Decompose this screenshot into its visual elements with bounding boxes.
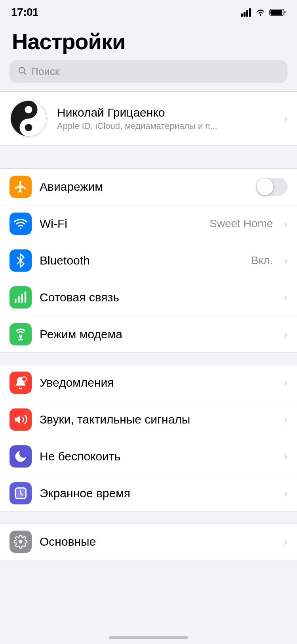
airplane-icon-wrap [10,176,32,198]
svg-point-25 [19,540,23,544]
battery-icon [269,8,286,17]
profile-name: Николай Грицаенко [57,106,274,119]
bluetooth-chevron: › [284,255,287,267]
svg-rect-18 [25,291,27,303]
svg-rect-15 [15,299,17,303]
svg-rect-6 [284,11,286,13]
page-title: Настройки [12,29,285,54]
hotspot-chevron: › [284,328,287,341]
svg-line-9 [24,72,26,74]
wifi-label: Wi-Fi [40,217,202,230]
profile-chevron: › [284,113,287,125]
cellular-icon-wrap [10,286,32,309]
wifi-icon-wrap [10,213,32,235]
status-time: 17:01 [11,6,38,19]
status-bar: 17:01 [0,0,297,21]
avatar [10,100,48,138]
general-label: Основные [40,535,276,548]
gear-icon [13,535,28,549]
profile-subtitle: Apple ID, iCloud, медиаматериалы и п... [57,121,274,131]
svg-rect-7 [270,10,282,15]
notifications-icon-wrap [10,372,32,394]
notifications-row[interactable]: Уведомления › [0,364,297,401]
hotspot-icon [13,327,28,341]
bluetooth-icon [13,253,28,268]
moon-icon [13,449,28,464]
signal-icon [241,8,252,17]
svg-rect-1 [244,12,246,17]
dnd-label: Не беспокоить [40,450,276,463]
hotspot-row[interactable]: Режим модема › [0,316,297,353]
sounds-chevron: › [284,414,287,426]
notifications-icon [13,376,28,390]
bluetooth-row[interactable]: Bluetooth Вкл. › [0,242,297,279]
search-container: Поиск [0,60,297,91]
sounds-label: Звуки, тактильные сигналы [40,413,276,426]
bluetooth-icon-wrap [10,249,32,272]
screentime-row[interactable]: Экранное время › [0,475,297,512]
cellular-icon [13,290,28,305]
bluetooth-value: Вкл. [251,254,273,267]
airplane-label: Авиарежим [40,180,248,194]
wifi-row[interactable]: Wi-Fi Sweet Home › [0,205,297,242]
screentime-icon [13,486,28,500]
hotspot-icon-wrap [10,323,32,345]
wifi-value: Sweet Home [209,217,273,230]
sounds-row[interactable]: Звуки, тактильные сигналы › [0,401,297,438]
svg-rect-3 [249,8,251,17]
svg-rect-16 [18,296,20,303]
svg-point-14 [20,228,22,230]
cellular-chevron: › [284,291,287,304]
wifi-icon [13,217,28,231]
dnd-chevron: › [284,450,287,463]
screentime-icon-wrap [10,482,32,504]
cellular-label: Сотовая связь [40,291,276,304]
svg-point-11 [25,106,32,113]
svg-point-12 [25,124,32,131]
connectivity-section: Авиарежим Wi-Fi Sweet Home › Bluetooth В… [0,168,297,353]
dnd-row[interactable]: Не беспокоить › [0,438,297,475]
general-icon-wrap [10,531,32,553]
home-indicator [109,636,188,639]
screentime-label: Экранное время [40,487,276,500]
profile-section: Николай Грицаенко Apple ID, iCloud, меди… [0,91,297,146]
screentime-chevron: › [284,487,287,500]
sounds-icon-wrap [10,408,32,431]
wifi-chevron: › [284,218,287,230]
notifications-label: Уведомления [40,376,276,389]
svg-point-21 [22,377,27,381]
svg-point-4 [260,14,261,16]
search-placeholder: Поиск [31,65,59,78]
search-icon [17,66,27,78]
airplane-row[interactable]: Авиарежим [0,169,297,205]
general-section: Основные › [0,523,297,560]
dnd-icon-wrap [10,445,32,468]
hotspot-label: Режим модема [40,328,276,341]
notifications-section: Уведомления › Звуки, тактильные сигналы … [0,364,297,512]
sounds-icon [13,412,28,427]
airplane-toggle[interactable] [256,178,287,196]
status-icons [241,8,286,17]
svg-rect-0 [241,13,243,17]
profile-row[interactable]: Николай Грицаенко Apple ID, iCloud, меди… [0,92,297,146]
general-chevron: › [284,536,287,548]
page-title-area: Настройки [0,21,297,60]
airplane-icon [13,180,28,194]
wifi-status-icon [255,8,266,17]
notifications-chevron: › [284,377,287,389]
svg-rect-17 [21,294,23,303]
svg-rect-2 [246,10,248,17]
search-bar[interactable]: Поиск [10,60,287,83]
cellular-row[interactable]: Сотовая связь › [0,279,297,316]
bluetooth-label: Bluetooth [40,254,243,267]
svg-marker-22 [15,416,20,424]
general-row[interactable]: Основные › [0,523,297,560]
profile-info: Николай Грицаенко Apple ID, iCloud, меди… [57,106,274,131]
